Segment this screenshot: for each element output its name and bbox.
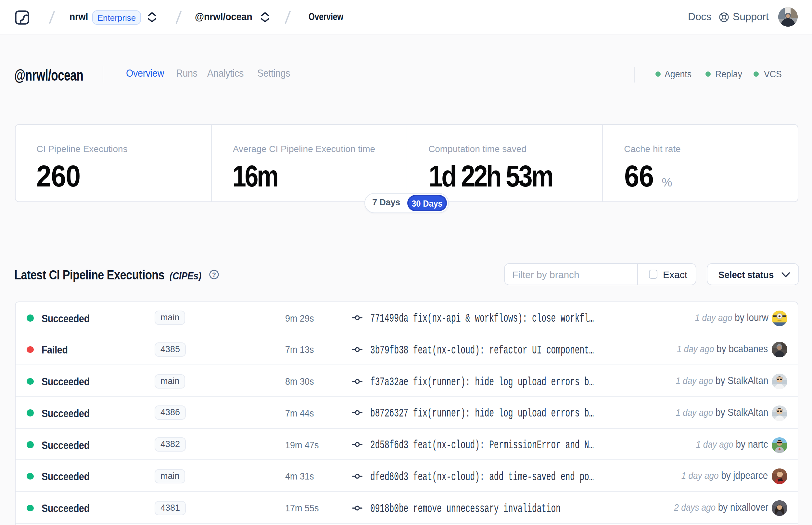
svg-text:?: ? (212, 271, 216, 278)
